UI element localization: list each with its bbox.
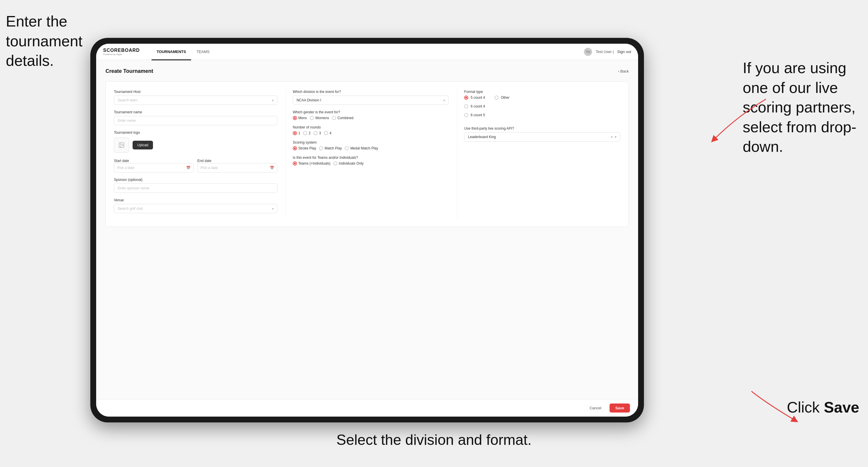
- scoring-stroke-radio[interactable]: [293, 146, 297, 150]
- annotation-topright: If you are using one of our live scoring…: [743, 58, 865, 157]
- format-other-radio[interactable]: [494, 96, 499, 100]
- end-date-placeholder: Pick a date: [200, 166, 218, 170]
- format-options-container: 5 count 4 6 count 4 6 count 5: [464, 96, 620, 119]
- form-footer: Cancel Save: [96, 399, 638, 416]
- division-label: Which division is the event for?: [293, 90, 449, 94]
- cancel-button[interactable]: Cancel: [585, 404, 606, 412]
- rounds-1[interactable]: 1: [293, 131, 301, 135]
- teams-group: Is this event for Teams and/or Individua…: [293, 156, 449, 165]
- scoring-medal-match-label: Medal Match Play: [350, 146, 378, 150]
- page-header: Create Tournament ‹ Back: [105, 68, 629, 74]
- format-5count4-label: 5 count 4: [471, 96, 485, 100]
- back-link[interactable]: ‹ Back: [618, 69, 629, 73]
- rounds-4-label: 4: [330, 131, 332, 135]
- sponsor-label: Sponsor (optional): [114, 178, 277, 182]
- start-date-input[interactable]: Pick a date 📅: [114, 163, 194, 173]
- rounds-1-radio[interactable]: [293, 131, 297, 135]
- save-button[interactable]: Save: [610, 404, 630, 412]
- format-6count4-radio[interactable]: [464, 104, 468, 108]
- rounds-3-radio[interactable]: [313, 131, 318, 135]
- live-scoring-controls: ✕ ▾: [611, 135, 617, 139]
- scoring-radio-group: Stroke Play Match Play Medal Match Play: [293, 146, 449, 150]
- format-other-label: Other: [501, 96, 509, 100]
- scoring-match[interactable]: Match Play: [319, 146, 342, 150]
- end-date-input[interactable]: Pick a date 📅: [197, 163, 277, 173]
- teams-plus-individuals[interactable]: Teams (+Individuals): [293, 161, 331, 165]
- date-row: Start date Pick a date 📅 End date Pick a…: [114, 158, 277, 173]
- end-date-calendar-icon: 📅: [270, 166, 274, 170]
- scoring-match-radio[interactable]: [319, 146, 323, 150]
- navbar: SCOREBOARD Powered by clippit TOURNAMENT…: [96, 44, 638, 60]
- format-6count5-radio[interactable]: [464, 113, 468, 117]
- venue-chevron: ▾: [272, 207, 274, 210]
- rounds-4[interactable]: 4: [324, 131, 332, 135]
- tournament-name-input[interactable]: Enter name: [114, 116, 277, 125]
- gender-combined-radio[interactable]: [332, 116, 336, 120]
- signout-link[interactable]: Sign out: [617, 50, 631, 54]
- rounds-radio-group: 1 2 3 4: [293, 131, 449, 135]
- scoring-medal-match[interactable]: Medal Match Play: [345, 146, 378, 150]
- tablet-frame: SCOREBOARD Powered by clippit TOURNAMENT…: [90, 38, 644, 423]
- tournament-host-input[interactable]: Search team ▾: [114, 96, 277, 105]
- scoring-dropdown-icon[interactable]: ▾: [615, 135, 617, 139]
- start-date-placeholder: Pick a date: [117, 166, 134, 170]
- rounds-2-radio[interactable]: [303, 131, 307, 135]
- nav-item-teams[interactable]: TEAMS: [191, 44, 215, 60]
- gender-womens-label: Womens: [315, 116, 329, 120]
- rounds-2[interactable]: 2: [303, 131, 311, 135]
- form-col2: Which division is the event for? NCAA Di…: [285, 90, 449, 218]
- format-6count5[interactable]: 6 count 5: [464, 113, 485, 117]
- gender-womens-radio[interactable]: [310, 116, 314, 120]
- rounds-4-radio[interactable]: [324, 131, 328, 135]
- gender-womens[interactable]: Womens: [310, 116, 329, 120]
- navbar-right: TU Test User | Sign out: [584, 48, 631, 56]
- form-col1: Tournament Host Search team ▾ Tournament…: [114, 90, 277, 218]
- scoring-stroke[interactable]: Stroke Play: [293, 146, 316, 150]
- division-group: Which division is the event for? NCAA Di…: [293, 90, 449, 105]
- venue-input[interactable]: Search golf club ▾: [114, 204, 277, 213]
- gender-combined[interactable]: Combined: [332, 116, 353, 120]
- gender-mens[interactable]: Mens: [293, 116, 307, 120]
- user-avatar: TU: [584, 48, 592, 56]
- rounds-1-label: 1: [298, 131, 301, 135]
- teams-plus-radio[interactable]: [293, 161, 297, 165]
- gender-combined-label: Combined: [337, 116, 353, 120]
- sponsor-placeholder: Enter sponsor name: [118, 186, 149, 190]
- gender-mens-radio[interactable]: [293, 116, 297, 120]
- navbar-nav: TOURNAMENTS TEAMS: [152, 44, 215, 60]
- clear-scoring-icon[interactable]: ✕: [611, 135, 613, 139]
- tournament-name-placeholder: Enter name: [118, 119, 136, 123]
- tournament-host-placeholder: Search team: [118, 98, 137, 102]
- start-date-calendar-icon: 📅: [186, 166, 191, 170]
- individuals-only[interactable]: Individuals Only: [333, 161, 364, 165]
- format-5count4[interactable]: 5 count 4: [464, 96, 485, 100]
- format-type-label: Format type: [464, 90, 620, 94]
- rounds-2-label: 2: [309, 131, 311, 135]
- logo-upload-area: Upload: [114, 137, 277, 153]
- division-select[interactable]: NCAA Division I ▾: [293, 96, 449, 105]
- format-other[interactable]: Other: [494, 96, 509, 100]
- scoring-label: Scoring system: [293, 141, 449, 145]
- nav-item-tournaments[interactable]: TOURNAMENTS: [152, 44, 191, 60]
- upload-button[interactable]: Upload: [132, 141, 153, 150]
- rounds-3[interactable]: 3: [313, 131, 321, 135]
- venue-label: Venue: [114, 198, 277, 202]
- sponsor-input[interactable]: Enter sponsor name: [114, 184, 277, 193]
- live-scoring-select[interactable]: Leaderboard King ✕ ▾: [464, 132, 620, 142]
- individuals-only-radio[interactable]: [333, 161, 337, 165]
- gender-label: Which gender is the event for?: [293, 110, 449, 114]
- end-date-group: End date Pick a date 📅: [197, 158, 277, 173]
- scoring-medal-match-radio[interactable]: [345, 146, 349, 150]
- form-col3: Format type 5 count 4 6 count 4: [457, 90, 620, 218]
- format-5count4-radio[interactable]: [464, 96, 468, 100]
- venue-group: Venue Search golf club ▾: [114, 198, 277, 213]
- format-6count5-label: 6 count 5: [471, 113, 485, 117]
- tournament-host-label: Tournament Host: [114, 90, 277, 94]
- rounds-label: Number of rounds: [293, 125, 449, 129]
- page-title: Create Tournament: [105, 68, 153, 74]
- tournament-logo-label: Tournament logo: [114, 130, 277, 134]
- format-left-col: 5 count 4 6 count 4 6 count 5: [464, 96, 485, 119]
- gender-group: Which gender is the event for? Mens Wome…: [293, 110, 449, 120]
- scoring-match-label: Match Play: [324, 146, 342, 150]
- format-6count4[interactable]: 6 count 4: [464, 104, 485, 108]
